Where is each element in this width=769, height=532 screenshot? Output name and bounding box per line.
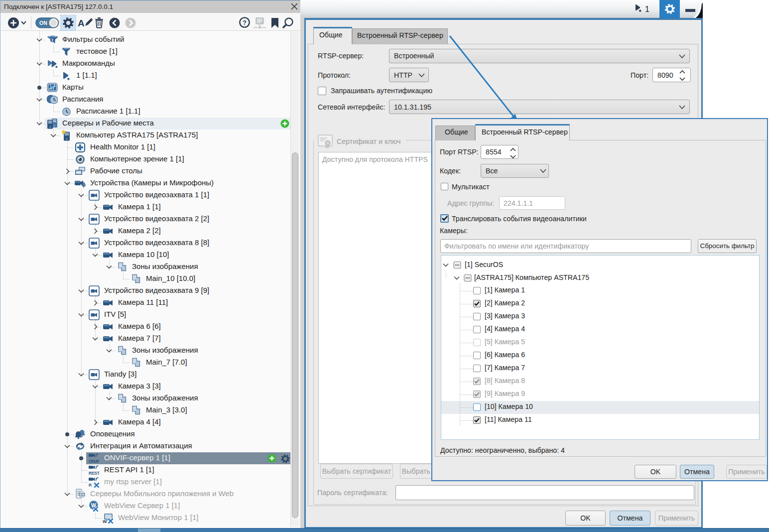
svg-text:W: W (103, 519, 107, 524)
svg-text:ON: ON (39, 20, 47, 26)
svg-text:IP: IP (257, 18, 262, 24)
svg-text:?: ? (243, 19, 247, 26)
svg-text:ONVIF: ONVIF (89, 459, 100, 464)
svg-text:REST: REST (89, 471, 100, 476)
svg-text:A: A (78, 18, 85, 28)
